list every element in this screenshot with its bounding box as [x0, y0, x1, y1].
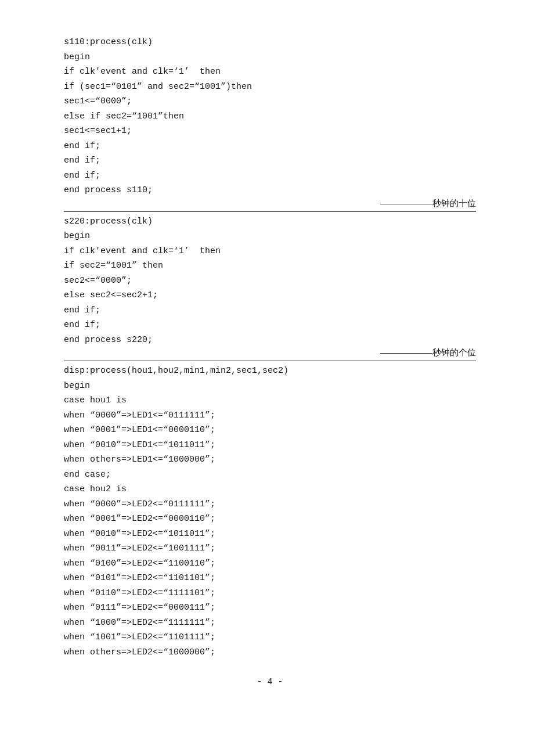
s110-annotation-text: ——————————秒钟的十位	[380, 198, 476, 209]
section-disp: disp:process(hou1,hou2,min1,min2,sec1,se…	[64, 363, 476, 660]
section-s110: s110:process(clk) begin if clk'event and…	[64, 35, 476, 212]
section-s220: s220:process(clk) begin if clk'event and…	[64, 214, 476, 362]
page-number: - 4 -	[64, 677, 476, 687]
s110-code: s110:process(clk) begin if clk'event and…	[64, 35, 476, 198]
disp-code: disp:process(hou1,hou2,min1,min2,sec1,se…	[64, 363, 476, 660]
divider-2	[64, 361, 476, 361]
s220-code: s220:process(clk) begin if clk'event and…	[64, 214, 476, 348]
s110-annotation: ——————————秒钟的十位	[64, 198, 476, 209]
divider-1	[64, 211, 476, 212]
s220-annotation: ——————————秒钟的个位	[64, 347, 476, 358]
s220-annotation-text: ——————————秒钟的个位	[380, 347, 476, 358]
